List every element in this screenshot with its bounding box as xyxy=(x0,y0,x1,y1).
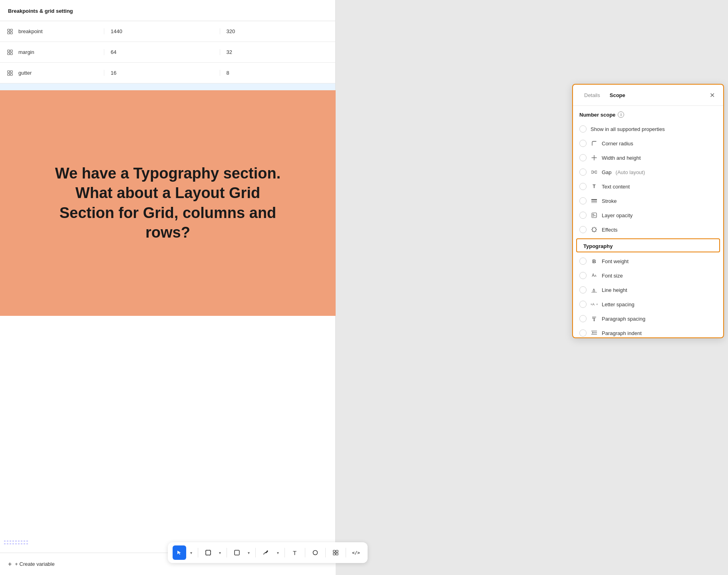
scope-item-stroke[interactable]: Stroke xyxy=(573,194,723,208)
scope-item-font-weight[interactable]: B Font weight xyxy=(573,254,723,268)
radio-layer-opacity[interactable] xyxy=(579,212,587,219)
scope-item-paragraph-indent[interactable]: Paragraph indent xyxy=(573,326,723,337)
toolbar-divider-4 xyxy=(284,548,285,557)
col-val-breakpoint-1: 1440 xyxy=(104,28,220,34)
table-row[interactable]: gutter 16 8 xyxy=(0,63,335,83)
radio-line-height[interactable] xyxy=(579,286,587,293)
svg-text:A: A xyxy=(592,302,595,306)
radio-paragraph-indent[interactable] xyxy=(579,329,587,337)
svg-rect-70 xyxy=(333,550,335,552)
svg-rect-10 xyxy=(8,73,10,75)
scope-item-text-content[interactable]: T Text content xyxy=(573,179,723,194)
svg-rect-73 xyxy=(336,553,338,555)
radio-corner-radius[interactable] xyxy=(579,140,587,147)
panel-title: Breakpoints & grid setting xyxy=(8,8,73,14)
col-val-gutter-1: 16 xyxy=(104,70,220,76)
toolbar-divider-3 xyxy=(255,548,256,557)
radio-stroke[interactable] xyxy=(579,197,587,204)
radio-font-size[interactable] xyxy=(579,272,587,279)
scope-item-effects-label: Effects xyxy=(602,227,618,233)
letter-spacing-icon: A xyxy=(591,301,598,308)
toolbar-divider-2 xyxy=(227,548,227,557)
paragraph-spacing-icon xyxy=(591,315,598,322)
radio-width-height[interactable] xyxy=(579,154,587,161)
radio-paragraph-spacing[interactable] xyxy=(579,315,587,322)
toolbar-divider-1 xyxy=(198,548,198,557)
scope-item-gap[interactable]: Gap (Auto layout) xyxy=(573,165,723,179)
close-button[interactable]: ✕ xyxy=(707,90,717,100)
col-name: margin xyxy=(0,49,104,56)
table-row[interactable]: margin 64 32 xyxy=(0,42,335,63)
row-label-breakpoint: breakpoint xyxy=(18,28,43,34)
grid-icon xyxy=(6,28,14,35)
svg-rect-67 xyxy=(235,550,239,555)
canvas-text: We have a Typography section. What about… xyxy=(48,164,288,243)
scope-section-title: Number scope i xyxy=(573,106,723,122)
circle-tool-button[interactable] xyxy=(308,545,322,560)
pen-dropdown[interactable]: ▾ xyxy=(274,551,281,555)
svg-rect-0 xyxy=(8,29,10,31)
scope-scrollable[interactable]: Number scope i Show in all supported pro… xyxy=(573,106,723,337)
info-icon[interactable]: i xyxy=(618,111,624,118)
svg-rect-5 xyxy=(10,50,12,52)
svg-rect-25 xyxy=(595,171,597,173)
scope-item-layer-opacity[interactable]: Layer opacity xyxy=(573,208,723,222)
scope-item-all[interactable]: Show in all supported properties xyxy=(573,122,723,136)
svg-rect-72 xyxy=(333,553,335,555)
radio-effects[interactable] xyxy=(579,226,587,233)
create-variable-label: + Create variable xyxy=(15,561,54,567)
col-name: breakpoint xyxy=(0,28,104,35)
svg-rect-3 xyxy=(10,32,12,34)
chevron-down-icon-3: ▾ xyxy=(248,551,250,555)
scope-item-line-height-label: Line height xyxy=(602,287,627,293)
create-variable-button[interactable]: + + Create variable xyxy=(8,561,55,568)
typography-section-header: Typography xyxy=(576,238,720,252)
radio-text-content[interactable] xyxy=(579,183,587,190)
scope-item-font-size[interactable]: AA Font size xyxy=(573,268,723,283)
frame-dropdown[interactable]: ▾ xyxy=(217,551,223,555)
plus-icon: + xyxy=(8,561,12,568)
pen-tool-button[interactable] xyxy=(259,545,273,560)
paragraph-indent-icon xyxy=(591,329,598,337)
radio-font-weight[interactable] xyxy=(579,258,587,265)
scope-item-width-height-label: Width and height xyxy=(602,155,641,161)
scope-item-corner-radius[interactable]: Corner radius xyxy=(573,136,723,151)
scope-item-width-height[interactable]: Width and height xyxy=(573,151,723,165)
svg-marker-22 xyxy=(594,155,595,156)
left-panel: Breakpoints & grid setting breakpoint 14… xyxy=(0,0,336,575)
cursor-tool-button[interactable] xyxy=(173,545,186,560)
scope-item-stroke-label: Stroke xyxy=(602,198,617,204)
table-row[interactable]: breakpoint 1440 320 xyxy=(0,21,335,42)
rect-tool-button[interactable] xyxy=(230,545,244,560)
tab-scope[interactable]: Scope xyxy=(605,91,630,100)
scope-item-gap-label: Gap xyxy=(602,169,612,175)
corner-radius-icon xyxy=(591,140,598,147)
text-tool-button[interactable]: T xyxy=(288,545,301,560)
rect-dropdown[interactable]: ▾ xyxy=(245,551,252,555)
row-label-gutter: gutter xyxy=(18,70,32,76)
radio-all[interactable] xyxy=(579,125,587,133)
components-tool-button[interactable] xyxy=(329,545,342,560)
opacity-icon xyxy=(591,212,598,219)
scope-item-paragraph-spacing[interactable]: Paragraph spacing xyxy=(573,311,723,326)
stroke-icon xyxy=(591,197,598,204)
scope-item-letter-spacing-label: Letter spacing xyxy=(602,301,635,307)
frame-tool-button[interactable] xyxy=(201,545,215,560)
svg-rect-2 xyxy=(8,32,10,34)
scope-item-line-height[interactable]: A Line height xyxy=(573,283,723,297)
scope-item-gap-sublabel: (Auto layout) xyxy=(616,169,645,175)
typography-section-title: Typography xyxy=(583,243,613,249)
tab-details[interactable]: Details xyxy=(579,91,605,100)
svg-rect-58 xyxy=(206,550,211,555)
code-tool-button[interactable]: </> xyxy=(349,545,363,560)
radio-letter-spacing[interactable] xyxy=(579,301,587,308)
svg-line-41 xyxy=(596,228,597,228)
cursor-dropdown[interactable]: ▾ xyxy=(188,551,195,555)
scope-item-letter-spacing[interactable]: A Letter spacing xyxy=(573,297,723,311)
svg-text:A: A xyxy=(593,288,595,292)
scope-item-effects[interactable]: Effects xyxy=(573,222,723,237)
radio-gap[interactable] xyxy=(579,169,587,176)
svg-rect-9 xyxy=(10,71,12,73)
svg-rect-4 xyxy=(8,50,10,52)
canvas-area: We have a Typography section. What about… xyxy=(0,90,336,316)
